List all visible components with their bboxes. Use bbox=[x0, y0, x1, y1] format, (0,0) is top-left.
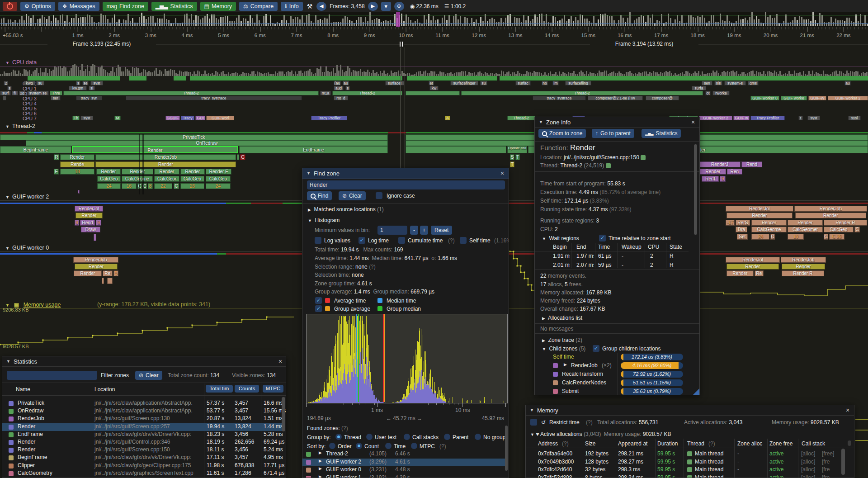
close-icon[interactable]: × bbox=[844, 407, 851, 414]
cpu-zone-chip[interactable]: 2g bbox=[19, 91, 25, 95]
memory-allocation-row[interactable]: 0x7dfaa64e00 192 bytes 298.21 ms 59.95 s… bbox=[526, 450, 842, 458]
cpu-zone-chip[interactable]: GUI bbox=[195, 116, 205, 120]
average-time-checkbox[interactable]: ✓ bbox=[315, 297, 322, 304]
timeline-zone[interactable]: Render bbox=[154, 169, 179, 175]
timeline-zone[interactable]: CalcGeomet bbox=[788, 227, 823, 232]
cpu-zone-chip[interactable]: composer@ bbox=[646, 96, 679, 100]
statistics-row[interactable]: Render jni/../jni/src/guif/Control.cpp:3… bbox=[2, 439, 283, 446]
cpu-zone-chip[interactable]: aud bbox=[334, 86, 344, 90]
timeline-zone[interactable]: RenderJol bbox=[75, 206, 103, 212]
column-header-duration[interactable]: Duration bbox=[657, 440, 678, 447]
column-header-address[interactable]: Address bbox=[538, 440, 558, 447]
self-time-checkbox[interactable] bbox=[460, 237, 467, 244]
timeline-zone[interactable]: S bbox=[510, 154, 514, 160]
allocation-callstack-free[interactable]: [fre bbox=[822, 459, 830, 465]
cpu-zone-chip[interactable]: Thread-2 bbox=[332, 91, 402, 95]
timeline-zone[interactable]: 24 bbox=[751, 234, 769, 240]
memory-allocation-row[interactable]: 0x7dfc53d898 8 bytes 298.34 ms 59.95 s M… bbox=[526, 474, 842, 478]
collapse-triangle-icon[interactable]: ▼ bbox=[307, 171, 311, 175]
timeline-zone[interactable]: RenderJob bbox=[73, 257, 118, 263]
timeline-zone[interactable]: C bbox=[854, 227, 860, 232]
statistics-row[interactable]: OnRedraw jni/../jni/src/claw/application… bbox=[2, 407, 283, 415]
column-header-location[interactable]: Location bbox=[94, 386, 115, 393]
ignore-case-checkbox[interactable] bbox=[376, 192, 382, 199]
timeline-zone[interactable]: RenderJob bbox=[781, 257, 826, 263]
cpu-zone-chip[interactable]: se bbox=[82, 81, 89, 85]
cpu-zone-chip[interactable]: A bbox=[445, 116, 450, 120]
column-header-zone-alloc[interactable]: Zone alloc bbox=[737, 440, 762, 447]
timeline-zone[interactable]: RenderJob bbox=[95, 154, 236, 160]
timeline-zone[interactable]: Rend bbox=[741, 161, 762, 167]
timeline-zone[interactable]: 9 bbox=[720, 176, 726, 182]
timeline-zone[interactable]: CalcGeo bbox=[206, 176, 231, 182]
timeline-zone[interactable]: RenderJob bbox=[794, 206, 867, 212]
timeline-zone[interactable]: F bbox=[54, 169, 59, 175]
help-icon[interactable]: (?) bbox=[448, 237, 455, 244]
cpu-zone-chip[interactable]: s bbox=[345, 86, 350, 90]
collapse-triangle-icon[interactable]: ▼ bbox=[5, 124, 9, 129]
help-icon[interactable]: (?) bbox=[708, 440, 715, 447]
thread2-section-header[interactable]: ▼Thread-2 bbox=[0, 123, 868, 130]
timeline-zone[interactable]: Render bbox=[75, 264, 118, 270]
column-header-call-stack[interactable]: Call stack bbox=[802, 440, 825, 447]
timeline-zone[interactable]: Render R bbox=[824, 220, 867, 226]
timeline-zone[interactable]: 26 bbox=[180, 183, 204, 189]
group-by-option[interactable] bbox=[335, 434, 342, 440]
cpu-zone-chip[interactable]: im bbox=[552, 81, 559, 85]
cpu-zone-chip[interactable]: kw.gm bbox=[69, 86, 87, 90]
histogram-range-span[interactable]: ← 45.72 ms → bbox=[386, 415, 422, 421]
allocation-callstack-alloc[interactable]: [alloc] bbox=[801, 474, 815, 478]
statistics-row[interactable]: Clipper jni/../jni/src/claw/gfx/geo/Clip… bbox=[2, 462, 283, 470]
cpu-zone-chip[interactable]: sen bbox=[702, 81, 712, 85]
allocations-list-header[interactable]: ▶ Allocations list bbox=[542, 315, 582, 321]
collapse-triangle-icon[interactable]: ▼ bbox=[5, 246, 9, 251]
child-zone-row[interactable]: RecalcTransform72.92 us (1.62%) bbox=[535, 371, 698, 379]
bin-minus-button[interactable]: - bbox=[410, 226, 418, 235]
statistics-row[interactable]: Render jni/../jni/src/guif/Screen.cpp:15… bbox=[2, 446, 283, 454]
sort-by-option[interactable] bbox=[411, 443, 417, 449]
close-icon[interactable]: × bbox=[689, 118, 697, 126]
timeline-zone[interactable]: 24 bbox=[206, 183, 231, 189]
cpu-zone-chip[interactable]: surfacefling bbox=[565, 81, 591, 85]
collapse-triangle-icon[interactable]: ▼ bbox=[5, 195, 9, 199]
cpu-zone-chip[interactable]: GUIF worke bbox=[781, 96, 807, 100]
group-by-option[interactable] bbox=[404, 434, 410, 440]
cpu-zone-chip[interactable]: M bbox=[114, 116, 121, 120]
histogram-section[interactable]: ▼ Histogram bbox=[308, 217, 340, 223]
allocation-callstack-free[interactable]: [free] bbox=[822, 450, 834, 457]
timeline-zone[interactable]: 9 bbox=[96, 220, 101, 226]
cpu-zone-chip[interactable]: kwg bbox=[24, 81, 35, 85]
timeline-zone[interactable]: Render bbox=[782, 264, 825, 270]
timeline-zone[interactable]: RenderJ bbox=[699, 161, 741, 167]
cpu-zone-chip[interactable]: Thread-2 bbox=[461, 91, 703, 95]
timeline-zone[interactable]: Rencer bbox=[751, 220, 787, 226]
found-zone-group-row[interactable]: ▶ GUIF worker 1 (3,192) 4.39 s bbox=[302, 474, 507, 478]
timeline-zone[interactable]: Rende bbox=[60, 161, 94, 167]
sort-by-option[interactable] bbox=[329, 443, 335, 449]
collapse-triangle-icon[interactable]: ▼ bbox=[530, 408, 534, 412]
group-children-checkbox[interactable]: ✓ bbox=[593, 345, 599, 352]
bin-plus-button[interactable]: + bbox=[420, 226, 428, 235]
cpu-data-section-header[interactable]: ▼CPU data bbox=[0, 59, 868, 66]
timeline-zone[interactable]: Rend bbox=[80, 220, 95, 226]
timeline-zone[interactable]: C 20 bbox=[829, 234, 844, 240]
timeline-zone[interactable]: Render F bbox=[206, 169, 231, 175]
cpu-zone-chip[interactable]: Thread-2 bbox=[63, 91, 319, 95]
timeline-zone[interactable]: 5 bbox=[113, 270, 118, 276]
timeline-zone[interactable]: Re bbox=[755, 270, 764, 276]
timeline-zone[interactable] bbox=[406, 146, 506, 153]
timeline-zone[interactable]: 24 bbox=[97, 183, 121, 189]
sort-by-option[interactable] bbox=[385, 443, 392, 449]
group-average-checkbox[interactable]: ✓ bbox=[315, 305, 322, 312]
column-header-total-time[interactable]: Total tim bbox=[206, 385, 233, 393]
help-icon[interactable]: (?) bbox=[586, 419, 593, 426]
column-header-counts[interactable]: Counts bbox=[235, 385, 259, 393]
cpu-zone-chip[interactable]: et bbox=[429, 81, 434, 85]
cpu-zone-chip[interactable]: m1a bbox=[320, 91, 331, 95]
child-zone-row[interactable]: Submit35.63 us (0.79%) bbox=[535, 388, 698, 395]
timeline-zone[interactable]: RenderJol bbox=[726, 206, 793, 212]
memory-allocation-row[interactable]: 0x7e049b3d00 128 bytes 298.27 ms 59.95 s… bbox=[526, 459, 842, 466]
cpu-zone-chip[interactable]: GUIF-W bbox=[808, 96, 826, 100]
cpu-zone-chip[interactable] bbox=[406, 91, 460, 95]
group-by-option[interactable] bbox=[366, 434, 373, 440]
